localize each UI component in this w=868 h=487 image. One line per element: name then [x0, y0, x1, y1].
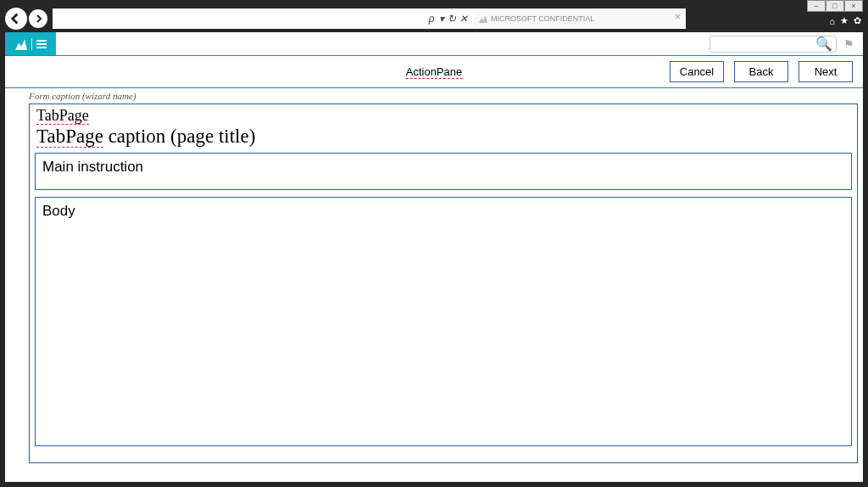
action-pane: ActionPane Cancel Back Next — [5, 56, 863, 88]
browser-tab[interactable]: MICROSOFT CONFIDENTIAL × — [474, 8, 686, 29]
flag-icon[interactable]: ⚑ — [843, 37, 854, 51]
settings-gear-icon[interactable]: ✿ — [854, 15, 861, 26]
search-icon: 🔍 — [815, 36, 832, 52]
tabpage-caption: TabPage caption (page title) — [33, 126, 854, 151]
action-pane-label: ActionPane — [406, 65, 463, 78]
home-icon[interactable]: ⌂ — [829, 16, 835, 26]
browser-navigation-bar: ρ ▾ ↻ ✕ MICROSOFT CONFIDENTIAL × — [5, 5, 868, 32]
ribbon-divider — [31, 38, 32, 50]
app-surface: 🔍 ⚑ ActionPane Cancel Back Next Form cap… — [5, 32, 863, 482]
stop-icon[interactable]: ✕ — [459, 13, 469, 25]
window-maximize-button[interactable]: □ — [826, 0, 844, 12]
app-logo-icon — [14, 38, 28, 50]
arrow-right-icon — [34, 14, 42, 23]
window-close-button[interactable]: × — [844, 0, 863, 12]
arrow-left-icon — [10, 13, 22, 25]
wizard-body-container: TabPage TabPage caption (page title) Mai… — [29, 104, 858, 463]
nav-back-button[interactable] — [5, 8, 27, 30]
form-caption: Form caption (wizard name) — [5, 88, 863, 104]
address-bar-controls: ρ ▾ ↻ ✕ — [429, 13, 469, 25]
ribbon-bar: 🔍 ⚑ — [5, 32, 863, 56]
nav-forward-button[interactable] — [29, 9, 47, 28]
main-instruction-region: Main instruction — [35, 153, 852, 190]
ribbon-home-tab[interactable] — [5, 32, 56, 55]
tab-title: MICROSOFT CONFIDENTIAL — [491, 14, 594, 23]
cancel-button[interactable]: Cancel — [670, 61, 724, 82]
address-bar[interactable]: ρ ▾ ↻ ✕ — [53, 8, 474, 29]
back-button[interactable]: Back — [734, 61, 788, 82]
next-button[interactable]: Next — [798, 61, 853, 82]
tab-close-icon[interactable]: × — [675, 11, 681, 23]
tab-logo-icon — [479, 14, 487, 23]
ribbon-search-input[interactable]: 🔍 — [709, 36, 837, 53]
tabpage-label: TabPage — [33, 106, 854, 126]
refresh-icon[interactable]: ↻ — [448, 13, 457, 25]
favorites-star-icon[interactable]: ★ — [840, 15, 849, 26]
wizard-content: Form caption (wizard name) TabPage TabPa… — [5, 88, 863, 463]
hamburger-menu-icon[interactable] — [36, 40, 47, 48]
window-minimize-button[interactable]: – — [807, 0, 826, 12]
search-dropdown-icon[interactable]: ρ ▾ — [429, 13, 445, 25]
body-region: Body — [35, 197, 852, 446]
